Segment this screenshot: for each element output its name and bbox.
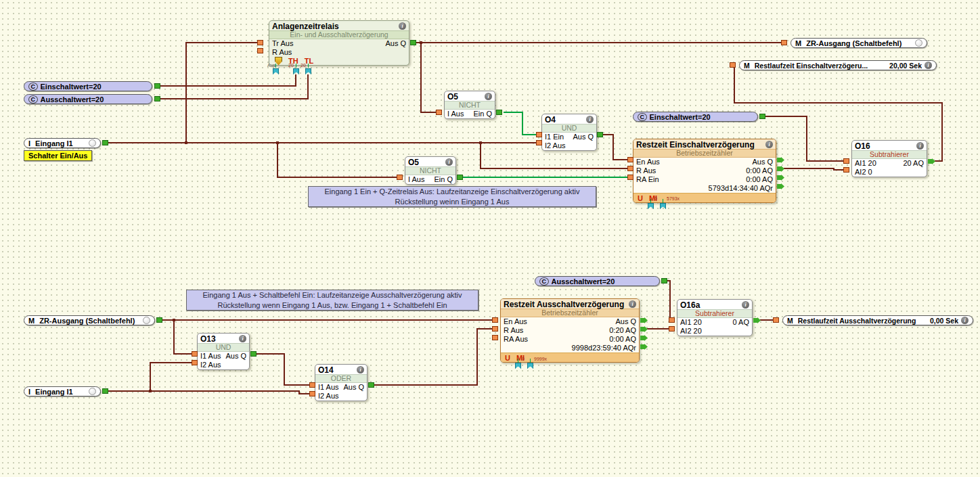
input-connector-ai1[interactable] bbox=[669, 317, 675, 323]
block-o16-subtrahierer[interactable]: O16i Subtrahierer AI1 2020 AQ AI2 0 bbox=[851, 140, 927, 177]
input-connector[interactable] bbox=[781, 40, 787, 45]
input-connector-i2[interactable] bbox=[309, 391, 315, 396]
output-connector[interactable] bbox=[457, 175, 463, 180]
wire-einschaltwert-to-th[interactable] bbox=[160, 74, 296, 86]
wire-zrsource-to-o13[interactable] bbox=[174, 320, 192, 354]
info-icon[interactable]: i bbox=[586, 116, 594, 123]
output-connector[interactable] bbox=[154, 96, 160, 101]
wire-einschaltwert-to-ai1[interactable] bbox=[765, 116, 846, 161]
wire-eingang-to-tr[interactable] bbox=[186, 43, 260, 143]
info-icon[interactable]: i bbox=[961, 317, 968, 324]
connector-label: Ausschaltwert=20 bbox=[41, 95, 148, 104]
input-connector-r[interactable] bbox=[492, 326, 498, 332]
input-label: RA Ein bbox=[636, 175, 659, 184]
output-label: 0:00 AQ bbox=[746, 175, 773, 184]
input-connector-i1[interactable] bbox=[192, 351, 198, 357]
block-subtitle: UND bbox=[542, 124, 596, 133]
comment-line: Rückstellung weinn Eingang 1 Aus bbox=[309, 197, 596, 207]
info-icon[interactable]: i bbox=[916, 142, 924, 150]
connector-eingang-top[interactable]: I Eingang I1 bbox=[24, 138, 101, 148]
connector-label: ZR-Ausgang (Schaltbefehl) bbox=[39, 317, 143, 325]
output-connector[interactable] bbox=[661, 278, 667, 283]
input-connector-ra[interactable] bbox=[627, 175, 633, 180]
info-icon[interactable]: i bbox=[742, 301, 749, 309]
output-connector[interactable] bbox=[368, 382, 374, 388]
diagram-canvas[interactable]: Anlagenzeitrelaisi Ein- und Ausschaltver… bbox=[0, 0, 980, 477]
connector-ausschaltwert-top[interactable]: C Ausschaltwert=20 bbox=[24, 94, 152, 104]
input-connector-r[interactable] bbox=[257, 48, 263, 53]
output-connector[interactable] bbox=[496, 110, 502, 115]
connector-eingang-bottom[interactable]: I Eingang I1 bbox=[24, 386, 101, 396]
block-restzeit-einschaltverzoegerung[interactable]: Restzeit Einschaltverzögerungi Betriebsz… bbox=[633, 139, 776, 203]
input-connector-tr[interactable] bbox=[257, 40, 263, 45]
block-o13-und[interactable]: O13i UND I1 AusAus Q I2 Aus bbox=[197, 333, 250, 370]
connector-zr-ausgang-source[interactable]: M ZR-Ausgang (Schaltbefehl) bbox=[24, 315, 155, 325]
block-o16a-subtrahierer[interactable]: O16ai Subtrahierer AI1 200 AQ AI2 20 bbox=[677, 299, 753, 336]
switch-label[interactable]: Schalter Ein/Aus bbox=[24, 150, 92, 161]
merker-badge: M bbox=[787, 317, 793, 325]
input-connector[interactable] bbox=[436, 110, 442, 115]
param-u[interactable]: U bbox=[505, 354, 510, 362]
input-connector-i2[interactable] bbox=[192, 360, 198, 365]
wire-o14-to-reset[interactable] bbox=[374, 329, 495, 385]
connector-restlaufzeit-einschaltverzoegerung[interactable]: M Restlaufzeit Einschaltverzögeru... 20,… bbox=[739, 60, 937, 70]
info-icon[interactable]: i bbox=[765, 141, 773, 148]
info-icon[interactable]: i bbox=[445, 158, 453, 166]
output-connector[interactable] bbox=[156, 317, 162, 323]
wire-o4-to-en[interactable] bbox=[602, 135, 627, 160]
block-o14-oder[interactable]: O14i ODER I1 AusAus Q I2 Aus bbox=[315, 364, 368, 401]
input-connector-ai2[interactable] bbox=[843, 167, 849, 173]
block-restzeit-ausschaltverzoegerung[interactable]: Restzeit Ausschaltverzögerungi Betriebsz… bbox=[500, 298, 640, 363]
info-icon[interactable]: i bbox=[399, 22, 406, 30]
block-o5-nicht-2[interactable]: O5i NICHT I AusEin Q bbox=[405, 156, 456, 185]
wire-zr-output-to-nicht1[interactable] bbox=[421, 43, 436, 112]
wire-ausschaltwert-to-ai1[interactable] bbox=[667, 281, 671, 320]
wire-eingang2-to-o13[interactable] bbox=[150, 363, 192, 391]
connector-ausschaltwert-bottom[interactable]: C Ausschaltwert=20 bbox=[535, 276, 660, 286]
output-connector[interactable] bbox=[250, 351, 257, 357]
wire-ausschaltwert-to-tl[interactable] bbox=[160, 74, 308, 99]
input-connector[interactable] bbox=[773, 317, 779, 323]
connector-einschaltwert-top[interactable]: C Einschaltwert=20 bbox=[24, 81, 152, 91]
input-connector-en[interactable] bbox=[492, 317, 498, 323]
constant-badge: C bbox=[28, 95, 38, 104]
comment-box-ein[interactable]: Eingang 1 Ein + Q-Zeitrelais Aus: Laufze… bbox=[308, 186, 596, 207]
output-connector[interactable] bbox=[102, 388, 108, 394]
input-connector[interactable] bbox=[397, 175, 403, 180]
input-connector-ai1[interactable] bbox=[843, 158, 849, 164]
input-connector-i2[interactable] bbox=[536, 140, 542, 145]
connector-einschaltwert-mid[interactable]: C Einschaltwert=20 bbox=[633, 112, 758, 122]
block-subtitle: NICHT bbox=[445, 101, 495, 110]
output-connector[interactable] bbox=[597, 132, 603, 137]
wire-aq-to-ai2[interactable] bbox=[784, 168, 846, 170]
info-icon[interactable]: i bbox=[485, 93, 492, 100]
connector-zr-ausgang-sink[interactable]: M ZR-Ausgang (Schaltbefehl) bbox=[790, 38, 927, 48]
wire-o13-to-o14[interactable] bbox=[256, 354, 309, 385]
input-connector-i1[interactable] bbox=[309, 382, 315, 388]
output-connector-q[interactable] bbox=[410, 40, 416, 45]
wire-eingang2-to-o14[interactable] bbox=[108, 391, 309, 394]
output-connector[interactable] bbox=[759, 114, 765, 119]
wire-nicht1-to-o4[interactable] bbox=[504, 112, 536, 135]
input-connector-ai2[interactable] bbox=[669, 326, 675, 332]
block-o5-nicht-1[interactable]: O5i NICHT I AusEin Q bbox=[444, 91, 495, 119]
input-connector-en[interactable] bbox=[627, 157, 633, 162]
connector-restlaufzeit-ausschaltverzoegerung[interactable]: M Restlaufzeit Ausschaltverzögerung 0,00… bbox=[782, 315, 973, 325]
info-icon[interactable]: i bbox=[629, 300, 636, 308]
output-connector[interactable] bbox=[102, 140, 108, 145]
param-value: 9999x bbox=[534, 357, 547, 361]
block-anlagenzeitrelais[interactable]: Anlagenzeitrelaisi Ein- und Ausschaltver… bbox=[269, 20, 409, 66]
wire-eingang-to-nicht2[interactable] bbox=[277, 143, 398, 177]
input-connector[interactable] bbox=[730, 62, 736, 68]
comment-box-aus[interactable]: Eingang 1 Aus + Schaltbefehl Ein: Laufze… bbox=[186, 290, 478, 311]
info-icon[interactable]: i bbox=[357, 366, 364, 373]
param-u[interactable]: U bbox=[638, 194, 643, 202]
input-connector-r[interactable] bbox=[627, 166, 633, 171]
output-connector[interactable] bbox=[154, 83, 160, 89]
info-icon[interactable]: i bbox=[239, 335, 246, 342]
info-icon[interactable]: i bbox=[925, 62, 932, 69]
input-connector-ra[interactable] bbox=[492, 335, 498, 340]
input-connector-i1[interactable] bbox=[536, 132, 542, 137]
input-label: I Aus bbox=[408, 175, 424, 184]
block-o4-und[interactable]: O4i UND I1 EinAus Q I2 Aus bbox=[541, 114, 597, 151]
